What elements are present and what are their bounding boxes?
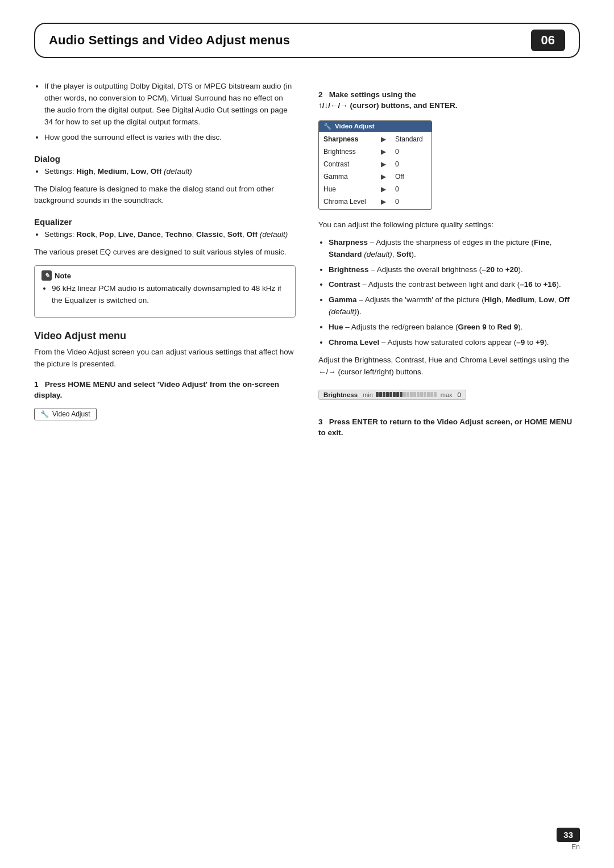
- dialog-settings: Settings: High, Medium, Low, Off (defaul…: [44, 166, 296, 178]
- dialog-settings-label: Settings: High, Medium, Low, Off (defaul…: [44, 167, 192, 176]
- table-cell-arrow: ▶: [376, 183, 391, 195]
- step3-text: Press ENTER to return to the Video Adjus…: [318, 418, 572, 437]
- bar-seg-empty: [410, 392, 413, 397]
- video-adjust-table: 🔧 Video Adjust Sharpness▶StandardBrightn…: [318, 120, 432, 210]
- bar-seg-filled: [383, 392, 385, 397]
- bar-seg-filled: [389, 392, 392, 397]
- list-item: Sharpness – Adjusts the sharpness of edg…: [329, 237, 580, 261]
- table-row: Gamma▶Off: [319, 170, 432, 183]
- small-ui-box: 🔧 Video Adjust: [34, 408, 97, 420]
- content-columns: If the player is outputting Dolby Digita…: [34, 81, 580, 442]
- settings-table: Sharpness▶StandardBrightness▶0Contrast▶0…: [319, 132, 432, 209]
- list-item: Contrast – Adjusts the contrast between …: [329, 279, 580, 291]
- table-row: Hue▶0: [319, 183, 432, 195]
- video-adjust-heading: Video Adjust menu: [34, 330, 296, 342]
- brightness-bar-label: Brightness: [323, 391, 358, 398]
- video-adjust-body: From the Video Adjust screen you can adj…: [34, 347, 296, 370]
- step1-number: 1: [34, 380, 39, 389]
- page-number: 33: [557, 828, 580, 842]
- table-row: Brightness▶0: [319, 145, 432, 158]
- table-title-label: Video Adjust: [335, 123, 375, 130]
- bar-seg-empty: [420, 392, 423, 397]
- bar-seg-filled: [396, 392, 399, 397]
- step2-heading-text: Make settings using the: [329, 90, 416, 99]
- table-cell-value: Off: [391, 170, 432, 183]
- page-lang: En: [571, 843, 580, 851]
- small-ui-label: Video Adjust: [52, 410, 90, 418]
- step2-sub-heading: ↑/↓/←/→ (cursor) buttons, and ENTER.: [318, 101, 458, 110]
- list-item: Settings: Rock, Pop, Live, Dance, Techno…: [44, 229, 296, 241]
- list-item: Gamma – Adjusts the 'warmth' of the pict…: [329, 294, 580, 318]
- table-cell-value: Standard: [391, 132, 432, 145]
- setting-term: Brightness: [329, 265, 369, 274]
- bar-seg-filled: [376, 392, 379, 397]
- note-box: ✎ Note 96 kHz linear PCM audio is automa…: [34, 265, 296, 318]
- bar-seg-filled: [379, 392, 382, 397]
- table-title-bar: 🔧 Video Adjust: [319, 121, 432, 132]
- bar-value: 0: [458, 391, 461, 398]
- brightness-bar: Brightness min max 0: [318, 390, 466, 400]
- bar-seg-empty: [413, 392, 416, 397]
- note-icon: ✎: [42, 270, 52, 281]
- bar-seg-empty: [424, 392, 426, 397]
- right-column: 2 Make settings using the ↑/↓/←/→ (curso…: [318, 81, 580, 442]
- step1-heading: 1 Press HOME MENU and select 'Video Adju…: [34, 379, 296, 401]
- intro-bullets: If the player is outputting Dolby Digita…: [44, 81, 296, 144]
- bar-seg-empty: [434, 392, 437, 397]
- bar-seg-empty: [406, 392, 409, 397]
- page-title: Audio Settings and Video Adjust menus: [49, 33, 290, 48]
- bar-track: [376, 392, 437, 397]
- table-cell-value: 0: [391, 158, 432, 170]
- setting-term: Sharpness: [329, 238, 368, 247]
- list-item: 96 kHz linear PCM audio is automatically…: [52, 283, 288, 307]
- table-cell-value: 0: [391, 183, 432, 195]
- list-item: Brightness – Adjusts the overall brightn…: [329, 264, 580, 276]
- bar-seg-filled: [386, 392, 389, 397]
- equalizer-settings-label: Settings: Rock, Pop, Live, Dance, Techno…: [44, 230, 288, 239]
- table-cell-name: Chroma Level: [319, 195, 376, 209]
- step2-number: 2: [318, 90, 323, 99]
- note-title: ✎ Note: [42, 270, 288, 281]
- chapter-badge: 06: [531, 30, 565, 51]
- list-item: Hue – Adjusts the red/green balance (Gre…: [329, 322, 580, 333]
- table-cell-name: Hue: [319, 183, 376, 195]
- note-bullets: 96 kHz linear PCM audio is automatically…: [52, 283, 288, 307]
- page-container: Audio Settings and Video Adjust menus 06…: [0, 0, 614, 868]
- equalizer-settings: Settings: Rock, Pop, Live, Dance, Techno…: [44, 229, 296, 241]
- bar-min-label: min: [363, 391, 373, 398]
- step1-text: Press HOME MENU and select 'Video Adjust…: [34, 380, 279, 399]
- page-header: Audio Settings and Video Adjust menus 06: [34, 23, 580, 58]
- video-adjust-small-icon: 🔧: [40, 410, 49, 418]
- bar-empty: [403, 392, 437, 397]
- setting-term: Contrast: [329, 280, 360, 289]
- setting-term: Gamma: [329, 295, 357, 304]
- bar-filled: [376, 392, 403, 397]
- adjust-note: Adjust the Brightness, Contrast, Hue and…: [318, 354, 580, 378]
- setting-term: Hue: [329, 323, 343, 331]
- list-item: How good the surround effect is varies w…: [44, 132, 296, 144]
- settings-bullets: Sharpness – Adjusts the sharpness of edg…: [329, 237, 580, 349]
- step2-heading: 2 Make settings using the ↑/↓/←/→ (curso…: [318, 90, 580, 111]
- settings-intro: You can adjust the following picture qua…: [318, 219, 580, 231]
- bar-seg-filled: [400, 392, 403, 397]
- table-cell-name: Sharpness: [319, 132, 376, 145]
- table-cell-arrow: ▶: [376, 158, 391, 170]
- table-row: Contrast▶0: [319, 158, 432, 170]
- table-cell-value: 0: [391, 195, 432, 209]
- left-column: If the player is outputting Dolby Digita…: [34, 81, 296, 442]
- table-title-icon: 🔧: [323, 123, 331, 130]
- list-item: If the player is outputting Dolby Digita…: [44, 81, 296, 128]
- dialog-heading: Dialog: [34, 154, 296, 164]
- bar-max-label: max: [441, 391, 453, 398]
- step3-number: 3: [318, 418, 323, 426]
- table-cell-arrow: ▶: [376, 195, 391, 209]
- page-footer: 33 En: [557, 828, 580, 851]
- bar-seg-empty: [403, 392, 406, 397]
- list-item: Chroma Level – Adjusts how saturated col…: [329, 337, 580, 349]
- table-cell-arrow: ▶: [376, 170, 391, 183]
- table-cell-name: Gamma: [319, 170, 376, 183]
- equalizer-heading: Equalizer: [34, 217, 296, 227]
- table-row: Chroma Level▶0: [319, 195, 432, 209]
- table-cell-name: Brightness: [319, 145, 376, 158]
- bar-seg-empty: [430, 392, 433, 397]
